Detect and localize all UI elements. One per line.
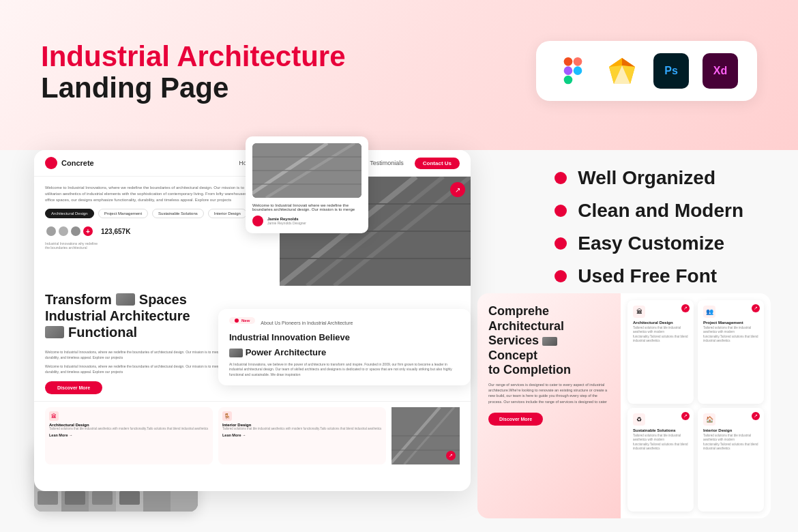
br-card-interior: 🏠 Interior Design Tailored solutions tha…	[698, 408, 764, 512]
br-card-sustainable: ♻ Sustainable Solutions Tailored solutio…	[627, 408, 694, 512]
service-desc-arch: Tailored solutions that ble industrial a…	[49, 427, 209, 431]
preview-float-role: Jamie Reynolds Designer	[267, 221, 306, 225]
svg-rect-1	[564, 66, 573, 75]
br-title-interior: Interior Design	[703, 428, 758, 432]
preview-service-arch: 🏛 Architectural Design Tailored solution…	[45, 407, 213, 464]
preview-float-author-info: Jamie Reynolds Jamie Reynolds Designer	[267, 217, 306, 225]
title-line2: Landing Page	[41, 72, 346, 104]
services-main-desc: Our range of services is designed to cat…	[488, 382, 610, 404]
service-desc-interior: Tailored solutions that ble industrial a…	[222, 427, 382, 431]
about-badge: New	[229, 317, 255, 324]
title-img-block-2	[45, 326, 64, 338]
br-title-arch: Architectural Design	[633, 321, 688, 325]
br-icon-project: 👥	[703, 306, 715, 318]
preview-float-avatar	[252, 216, 263, 226]
br-desc-project: Tailored solutions that ble industrial a…	[703, 326, 758, 343]
br-card-project: 👥 Project Management Tailored solutions …	[698, 300, 764, 404]
tag-architectural[interactable]: Architectural Design	[45, 209, 94, 218]
service-icon-arch: 🏛	[49, 411, 59, 421]
about-title-line2: Power Architecture	[229, 347, 460, 358]
preview-float-card: Welcome to Industrial Innovati where we …	[246, 136, 368, 233]
preview-avatars: + 123,657K	[45, 225, 269, 237]
svg-marker-6	[622, 58, 635, 67]
nav-testimonials[interactable]: Testimonials	[370, 160, 404, 166]
svg-rect-39	[38, 491, 58, 505]
feature-item-clean-modern: Clean and Modern	[555, 200, 743, 222]
bottom-services-text: Comprehe Architectural Services Concept …	[477, 293, 621, 518]
tool-icons-container: Ps Xd	[536, 41, 757, 101]
br-arrow-project[interactable]: ↗	[752, 304, 760, 312]
br-title-sustainable: Sustainable Solutions	[633, 428, 688, 432]
preview-contact-button[interactable]: Contact Us	[415, 158, 460, 169]
br-desc-sustainable: Tailored solutions that ble industrial a…	[633, 434, 688, 451]
services-main-title: Comprehe Architectural Services Concept …	[488, 304, 610, 378]
services-title-line3: Concept	[488, 349, 537, 362]
preview-services-bar: 🏛 Architectural Design Tailored solution…	[34, 401, 471, 470]
about-badge-new: New	[241, 319, 250, 323]
feature-text-4: Used Free Font	[578, 265, 717, 287]
sketch-icon	[604, 53, 640, 89]
svg-rect-48	[119, 491, 140, 505]
svg-rect-0	[564, 57, 573, 66]
about-badge-dot	[235, 319, 239, 323]
services-title-line2: Services	[488, 334, 542, 347]
avatar-2	[57, 225, 70, 237]
feature-text-2: Clean and Modern	[578, 200, 743, 222]
about-title-line2-text: Power Architecture	[246, 347, 327, 357]
services-title-line4: to Completion	[488, 363, 571, 376]
br-arrow-arch[interactable]: ↗	[681, 304, 690, 312]
tag-sustainable[interactable]: Sustainable Solutions	[152, 209, 204, 218]
preview-discover-button[interactable]: Discover More	[45, 381, 102, 394]
about-badge-label: About Us Pioneers in Industrial Architec…	[261, 321, 353, 325]
hero-arrow-button[interactable]: ↗	[450, 182, 465, 197]
add-avatar-button[interactable]: +	[82, 225, 94, 237]
svg-rect-45	[92, 491, 113, 505]
feature-item-easy-customize: Easy Customize	[555, 233, 743, 254]
br-icon-sustainable: ♻	[633, 413, 645, 426]
preview-count: 123,657K	[101, 228, 130, 235]
bottom-services-section: Comprehe Architectural Services Concept …	[477, 293, 771, 518]
br-icon-interior: 🏠	[703, 413, 715, 426]
br-arrow-sustainable[interactable]: ↗	[681, 412, 690, 420]
about-title: Industrial Innovation Believe	[229, 332, 460, 343]
service-img-arrow[interactable]: ↗	[446, 451, 456, 460]
feature-item-free-font: Used Free Font	[555, 265, 743, 287]
service-link-arch[interactable]: Lean More →	[49, 433, 209, 437]
preview-service-interior: 🪑 Interior Design Tailored solutions tha…	[218, 407, 386, 464]
preview-hero-desc: Welcome to Industrial Innovations, where…	[45, 185, 269, 203]
preview-logo-icon	[45, 157, 57, 169]
services-title-line1: Comprehe Architectural	[488, 304, 564, 333]
features-list: Well Organized Clean and Modern Easy Cus…	[555, 167, 743, 298]
svg-marker-7	[609, 58, 622, 67]
preview-count-label: Industrial Innovations why redefinethe b…	[45, 241, 269, 250]
preview-float-text: Welcome to Industrial Innovati where we …	[252, 203, 361, 211]
preview-logo: Concrete	[45, 157, 94, 169]
preview-title-line1: Transform Spaces	[45, 291, 460, 308]
feature-dot-3	[555, 237, 567, 250]
services-title-img	[542, 337, 557, 346]
title-line1: Industrial Architecture	[41, 41, 346, 72]
avatar-1	[45, 225, 57, 237]
title-img-block-1	[116, 293, 135, 306]
about-title-img	[229, 349, 243, 357]
svg-point-4	[574, 66, 582, 75]
about-title-line1: Industrial Innovation Believe	[229, 332, 350, 342]
br-icon-arch: 🏛	[633, 306, 645, 318]
tag-interior[interactable]: Interior Design	[208, 209, 247, 218]
preview-tags: Architectural Design Project Management …	[45, 209, 269, 218]
preview-hero-left: Welcome to Industrial Innovations, where…	[34, 177, 280, 286]
services-discover-button[interactable]: Discover More	[488, 413, 543, 426]
br-arrow-interior[interactable]: ↗	[752, 412, 760, 420]
title-area: Industrial Architecture Landing Page	[41, 41, 346, 104]
feature-text-1: Well Organized	[578, 167, 715, 189]
preview-service-image: ↗	[391, 407, 460, 464]
service-link-interior[interactable]: Lean More →	[222, 433, 382, 437]
svg-rect-3	[574, 57, 582, 66]
service-icon-interior: 🪑	[222, 411, 232, 421]
feature-dot-4	[555, 270, 567, 282]
tag-project[interactable]: Project Management	[98, 209, 148, 218]
feature-item-well-organized: Well Organized	[555, 167, 743, 189]
svg-rect-2	[564, 76, 573, 85]
about-desc: At Industrial Innovations, we believe in…	[229, 362, 460, 378]
bottom-service-cards-grid: 🏛 Architectural Design Tailored solution…	[621, 293, 771, 518]
